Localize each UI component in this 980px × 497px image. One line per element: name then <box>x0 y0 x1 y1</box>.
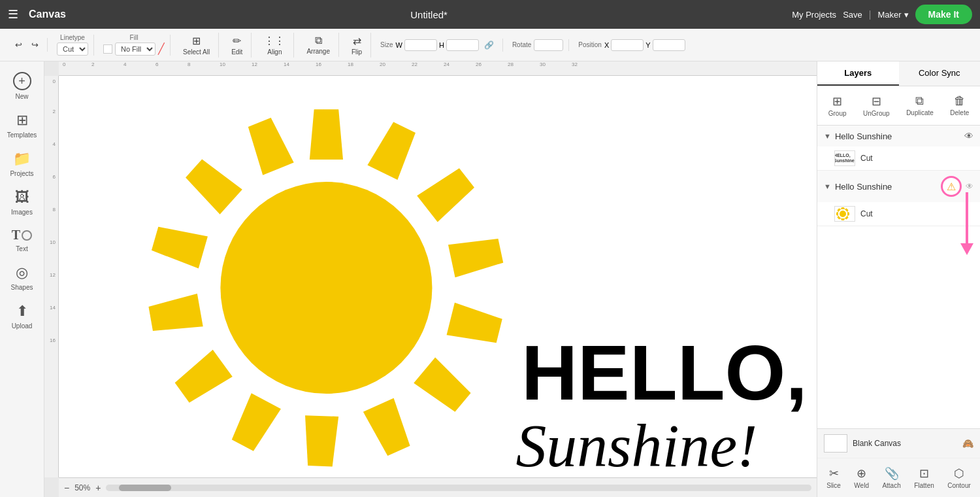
canvas-label: Blank Canvas <box>853 439 957 448</box>
weld-button[interactable]: ⊕ Weld <box>849 464 874 492</box>
linetype-group: Linetype Cut <box>52 35 94 56</box>
layers-content: ▼ Hello Sunshine 👁 HELLO,Sunshine! Cut ▼… <box>817 126 980 428</box>
rotate-input[interactable] <box>534 39 563 51</box>
shapes-icon: ◎ <box>16 264 28 281</box>
svg-marker-11 <box>148 294 203 335</box>
warning-circle[interactable]: ⚠ <box>941 176 962 197</box>
arrange-button[interactable]: ⧉ Arrange <box>303 33 333 57</box>
save-button[interactable]: Save <box>843 10 862 20</box>
slice-button[interactable]: ✂ Slice <box>821 464 846 492</box>
layer-item-1[interactable]: HELLO,Sunshine! Cut <box>817 146 980 170</box>
eye-icon-2[interactable]: 👁 <box>966 182 973 191</box>
layer-group-1-header[interactable]: ▼ Hello Sunshine 👁 <box>817 126 980 146</box>
ungroup-button[interactable]: ⊟ UnGroup <box>858 92 895 120</box>
zoom-level: 50% <box>74 483 90 492</box>
projects-icon: 📁 <box>13 150 31 167</box>
layer-group-1: ▼ Hello Sunshine 👁 HELLO,Sunshine! Cut <box>817 126 980 171</box>
templates-icon: ⊞ <box>16 112 28 129</box>
svg-marker-1 <box>310 109 343 160</box>
svg-marker-20 <box>841 218 845 220</box>
sidebar-item-shapes[interactable]: ◎ Shapes <box>3 259 42 296</box>
zoom-out-button[interactable]: − <box>64 483 69 493</box>
my-projects-link[interactable]: My Projects <box>792 10 836 20</box>
bottom-panel: Blank Canvas 🙈 ✂ Slice ⊕ Weld 📎 Attach ⊡ <box>817 428 980 497</box>
pos-x-input[interactable] <box>611 39 644 51</box>
make-it-button[interactable]: Make It <box>915 5 972 24</box>
svg-marker-17 <box>845 208 849 212</box>
svg-marker-3 <box>417 165 477 222</box>
svg-marker-19 <box>845 216 849 220</box>
lock-aspect-button[interactable]: 🔗 <box>481 39 497 52</box>
attach-button[interactable]: 📎 Attach <box>877 464 906 492</box>
svg-marker-23 <box>837 208 841 212</box>
svg-marker-7 <box>363 398 414 458</box>
redo-button[interactable]: ↪ <box>28 38 42 52</box>
duplicate-icon: ⧉ <box>915 94 924 108</box>
horizontal-scrollbar[interactable] <box>106 485 811 491</box>
sidebar-item-images[interactable]: 🖼 Images <box>3 184 42 221</box>
svg-marker-16 <box>841 207 845 209</box>
contour-button[interactable]: ⬡ Contour <box>942 464 976 492</box>
layer-group-2-header[interactable]: ▼ Hello Sunshine ⚠ 👁 <box>817 171 980 202</box>
eye-icon-1[interactable]: 👁 <box>964 131 973 141</box>
menu-icon[interactable]: ☰ <box>8 7 18 22</box>
select-all-group: ⊞ Select All <box>174 33 219 58</box>
flatten-button[interactable]: ⊡ Flatten <box>909 464 939 492</box>
canvas-thumbnail <box>824 434 847 453</box>
right-panel: Layers Color Sync ⊞ Group ⊟ UnGroup ⧉ Du… <box>817 61 980 497</box>
design-content: HELLO, Sunshine! <box>59 76 817 477</box>
topbar: ☰ Canvas Untitled* My Projects Save | Ma… <box>0 0 980 29</box>
panel-tabs: Layers Color Sync <box>817 61 980 86</box>
pos-y-input[interactable] <box>653 39 685 51</box>
sidebar-item-templates[interactable]: ⊞ Templates <box>3 107 42 144</box>
fill-item: Fill No Fill ╱ <box>103 35 165 56</box>
svg-marker-14 <box>244 116 293 175</box>
sidebar-item-upload[interactable]: ⬆ Upload <box>3 298 42 335</box>
layer-thumb-1: HELLO,Sunshine! <box>834 150 855 166</box>
scroll-thumb[interactable] <box>119 485 171 491</box>
svg-marker-13 <box>183 156 242 214</box>
layer-item-2[interactable]: Cut <box>817 202 980 226</box>
project-title: Untitled* <box>74 9 784 20</box>
size-group: Size W H 🔗 <box>375 39 503 52</box>
flip-group: ⇄ Flip <box>343 33 371 58</box>
ruler-top: 0 2 4 6 8 10 12 14 16 18 20 22 24 26 28 … <box>59 61 817 76</box>
sidebar-item-projects[interactable]: 📁 Projects <box>3 145 42 182</box>
group-button[interactable]: ⊞ Group <box>823 92 852 120</box>
tab-color-sync[interactable]: Color Sync <box>899 61 981 86</box>
flip-button[interactable]: ⇄ Flip <box>348 33 365 58</box>
ungroup-icon: ⊟ <box>872 94 881 109</box>
align-button[interactable]: ⋮⋮ Align <box>261 33 288 58</box>
edit-button[interactable]: ✏ Edit <box>228 33 246 58</box>
undo-button[interactable]: ↩ <box>12 38 25 52</box>
svg-point-24 <box>840 211 846 217</box>
delete-button[interactable]: 🗑 Delete <box>945 92 974 120</box>
height-input[interactable] <box>446 39 479 51</box>
white-canvas[interactable]: HELLO, Sunshine! <box>59 76 817 477</box>
select-all-button[interactable]: ⊞ Select All <box>180 33 213 58</box>
bottom-tools: ✂ Slice ⊕ Weld 📎 Attach ⊡ Flatten ⬡ C <box>817 458 980 497</box>
ruler-left: 0 2 4 6 8 10 12 14 16 <box>44 76 59 477</box>
svg-marker-9 <box>228 393 281 453</box>
sidebar-item-new[interactable]: + New <box>3 67 42 105</box>
layer-group-2-name: Hello Sunshine <box>835 182 937 192</box>
linetype-select[interactable]: Cut <box>57 43 88 56</box>
zoom-in-button[interactable]: + <box>95 483 101 493</box>
svg-marker-6 <box>414 358 474 416</box>
canvas-hide-button[interactable]: 🙈 <box>962 438 973 449</box>
canvas-area[interactable]: 0 2 4 6 8 10 12 14 16 18 20 22 24 26 28 … <box>44 61 817 497</box>
tab-layers[interactable]: Layers <box>817 61 899 86</box>
maker-button[interactable]: Maker ▾ <box>877 10 908 20</box>
chevron-down-icon-2: ▼ <box>824 182 831 190</box>
fill-select[interactable]: No Fill <box>115 43 155 56</box>
toolbar: ↩ ↪ Linetype Cut Fill No Fill ╱ ⊞ Select… <box>0 29 980 61</box>
width-input[interactable] <box>404 39 437 51</box>
sidebar-label-new: New <box>15 93 28 100</box>
duplicate-button[interactable]: ⧉ Duplicate <box>901 92 939 120</box>
svg-marker-8 <box>303 415 338 466</box>
rotate-group: Rotate <box>507 39 569 51</box>
sidebar-item-text[interactable]: T Text <box>3 222 42 258</box>
app-title: Canvas <box>29 9 66 20</box>
arrange-group: ⧉ Arrange <box>298 33 339 57</box>
position-group: Position X Y <box>573 39 690 51</box>
